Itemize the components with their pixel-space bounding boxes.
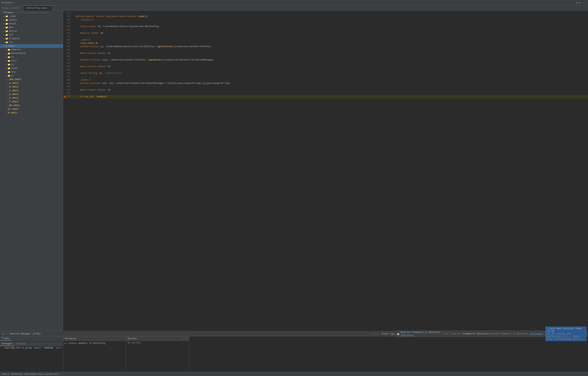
debug-btn-minimize[interactable]: — <box>376 332 379 336</box>
frames-tab-bar: Frames <box>0 336 63 341</box>
debug-btn-resume[interactable]: ⋮ <box>372 332 376 336</box>
sidebar-item-smali[interactable]: ▾ 🗂 smali <box>0 44 63 48</box>
line-number-193: 193 <box>63 62 72 65</box>
sidebar-item-_wa[interactable]: S _Wa.smali <box>0 104 63 107</box>
tab-netconfig[interactable]: S NetConfig.smali × <box>24 6 52 10</box>
frames-tab[interactable]: Frames <box>0 336 12 341</box>
line-content-184: monitor-enter v0 <box>72 31 103 35</box>
watches-header: Watches + − ⋯ <box>126 336 189 341</box>
line-content-186: .line 1 <box>72 38 90 42</box>
configure-link-2[interactable]: Configure <box>530 332 543 335</box>
minimize-icon[interactable]: — <box>585 1 587 4</box>
sidebar-item-_e[interactable]: S _e.smali <box>0 96 63 100</box>
folder-icon: 📁 <box>5 30 8 33</box>
folder-icon: 📁 <box>8 52 10 55</box>
tab-jpa3[interactable]: S jpa.3.smali × <box>1 6 24 10</box>
arrow-icon: ▶ <box>4 15 5 17</box>
sidebar-item-cn[interactable]: ▶ 📁 cn <box>0 55 63 59</box>
gear-icon[interactable]: ⚙ <box>447 332 448 335</box>
sidebar-item-_b[interactable]: S _b.smali <box>0 85 63 89</box>
line-number-184: 184 <box>63 32 72 34</box>
code-line-192: 192 invoke-virtual {v1}, Landroid/conten… <box>63 58 588 62</box>
sidebar-item-gen[interactable]: ▶ 📁 gen <box>0 26 63 29</box>
sidebar-item-original[interactable]: ▶ 📁 original <box>0 37 63 41</box>
sidebar-item-a1[interactable]: S a1.smali <box>0 107 63 111</box>
watches-add-btn[interactable]: + <box>181 337 183 340</box>
sidebar-item-io[interactable]: ▶ 📁 io <box>0 63 63 66</box>
line-content-198: .line 2 <box>72 78 90 82</box>
sidebar-item-_d[interactable]: S _d.smali <box>0 93 63 96</box>
line-content-179: .method public static declared-synchroni… <box>72 15 148 18</box>
notification-panel: 🤖 Android framework is detected. Configu… <box>395 331 544 337</box>
code-editor[interactable]: 178 179 .method public static declared-s… <box>63 11 588 331</box>
line-number-180: 180 <box>63 19 72 21</box>
sidebar-item-org[interactable]: ▶ 📁 org <box>0 70 63 74</box>
variables-header: Variables <box>63 336 126 341</box>
sidebar-item-idea[interactable]: ▶ 📁 .idea <box>0 14 63 18</box>
arrow-icon: ▶ <box>6 64 7 66</box>
line-content-199: invoke-virtual {v1, v2}, Landroid/conten… <box>72 82 231 85</box>
arrow-icon: ▶ <box>4 34 5 36</box>
smali-icon: S <box>6 89 7 92</box>
sidebar-item-build[interactable]: ▶ 📁 build <box>0 22 63 26</box>
sidebar-item-a$a[interactable]: S _a$a.smali <box>0 78 63 81</box>
tab-jpa3-close[interactable]: × <box>21 7 21 9</box>
sidebar-item-assets[interactable]: ▶ 📁 assets <box>0 18 63 22</box>
var-static[interactable]: ▶ ⚙ static members of NetConfig <box>63 342 126 345</box>
arrow-icon: ▶ <box>4 19 5 21</box>
tab-netconfig-label: NetConfig.smali <box>27 7 48 10</box>
line-number-187: 187 <box>63 42 72 44</box>
debugger-close-btn[interactable]: × <box>41 333 42 335</box>
debugger-subtab[interactable]: Debugger <box>0 342 14 346</box>
sidebar-item-io-label: io <box>11 63 14 66</box>
sidebar-item-lib[interactable]: ▶ 📁 lib <box>0 33 63 37</box>
shield-icon: 🛡 <box>443 332 446 335</box>
console-subtab[interactable]: Console <box>14 342 27 346</box>
folder-icon: 📁 <box>5 41 8 44</box>
thread-down-btn[interactable]: ▼ <box>58 346 59 349</box>
line-number-182: 182 <box>63 25 72 28</box>
debugger-label: ⬛ Android Debugger (8729) <box>6 332 41 335</box>
var-static-icon: ⚙ <box>67 342 68 345</box>
thread-item[interactable]: ✓ "main"@9,593 in group "main": RUNNING … <box>0 346 63 350</box>
chevron-down-icon: ▾ <box>12 1 14 4</box>
folder-icon: 🗂 <box>5 45 8 48</box>
watches-remove-btn[interactable]: − <box>184 337 185 340</box>
project-dropdown[interactable]: Project ▾ <box>1 1 14 4</box>
sidebar-item-corn[interactable]: ▶ 📁 corn <box>0 59 63 63</box>
tab-netconfig-close[interactable]: × <box>48 7 50 9</box>
thread-filter-btn[interactable]: ⊟ <box>60 346 62 349</box>
thread-up-btn[interactable]: ▲ <box>56 346 57 349</box>
line-number-189: 189 <box>63 49 72 51</box>
sidebar-item-tv[interactable]: ▶ 📁 tv <box>0 74 63 78</box>
sidebar-item-kotlin[interactable]: ▶ 📁 kotlin <box>0 29 63 33</box>
watches-label: Watches <box>128 337 181 340</box>
smali-icon: S <box>6 108 7 110</box>
var-static-label: static members of NetConfig <box>69 342 105 345</box>
line-number-200: 200 <box>63 85 72 88</box>
sidebar-item-res-label: res <box>9 41 13 44</box>
sidebar-item-A[interactable]: S A.smali <box>0 111 63 115</box>
sidebar-item-_c[interactable]: S _c.smali <box>0 89 63 93</box>
watches-more-btn[interactable]: ⋯ <box>186 337 188 340</box>
settings-icon[interactable]: ⚙ <box>576 1 578 4</box>
sidebar-item-a1-label: a1.smali <box>8 108 19 110</box>
code-line-178: 178 <box>63 11 588 15</box>
info-icon: ℹ <box>547 327 548 330</box>
line-number-203: 203 <box>63 95 72 98</box>
thread-controls: ▲ ▼ ⊟ <box>56 346 62 349</box>
sidebar-item-android[interactable]: ▶ 📁 android <box>0 48 63 52</box>
sidebar-item-_a[interactable]: S _a.smali <box>0 81 63 85</box>
code-line-197: 197 <box>63 75 588 78</box>
sidebar-item-_f[interactable]: S _f.smali <box>0 100 63 104</box>
menu-icon[interactable]: ⋮ <box>581 1 584 4</box>
sidebar-item-res[interactable]: ▶ 📁 res <box>0 41 63 44</box>
layout-icon[interactable]: ⊞ <box>578 1 580 4</box>
line-number-202: 202 <box>63 92 72 95</box>
sidebar-root[interactable]: ▾ XXCampus ~/Desktop/XXCampus/XXCampus <box>0 11 63 14</box>
line-content-180: .locals 8 <box>72 18 93 21</box>
sidebar-item-javax[interactable]: ▶ 📁 javax <box>0 66 63 70</box>
configure-link-1[interactable]: Configure <box>401 334 414 336</box>
sidebar-item-butterknife[interactable]: ▶ 📁 butterknife <box>0 52 63 55</box>
line-number-178: 178 <box>63 12 72 14</box>
